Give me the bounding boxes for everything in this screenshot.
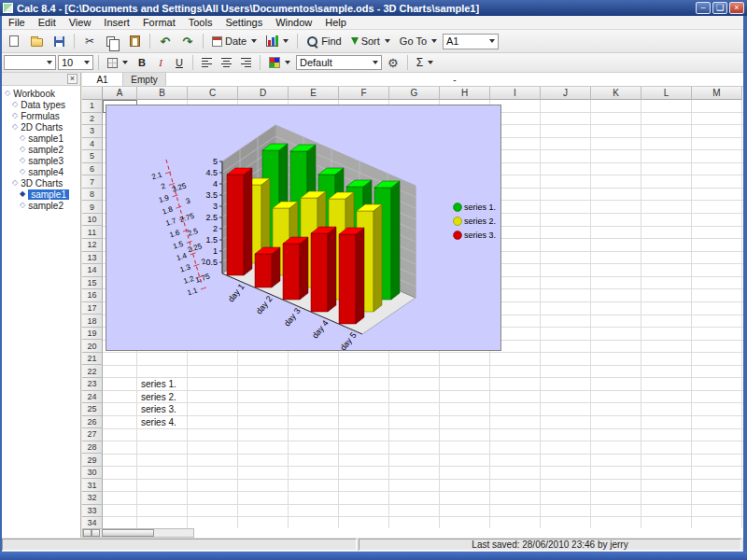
- menu-format[interactable]: Format: [136, 17, 182, 28]
- menu-settings[interactable]: Settings: [218, 17, 269, 28]
- row-header-12[interactable]: 12: [82, 239, 103, 252]
- row-header-7[interactable]: 7: [82, 175, 103, 189]
- embedded-chart[interactable]: 54.543.532.521.510.52.121.91.81.71.61.51…: [106, 105, 501, 351]
- menu-file[interactable]: File: [2, 17, 32, 28]
- row-header-10[interactable]: 10: [82, 214, 103, 227]
- name-box-combo[interactable]: A1: [443, 34, 499, 49]
- scrollbar-thumb[interactable]: [102, 529, 154, 537]
- cells-area[interactable]: series 1.series 2.series 3.series 4. 54.…: [103, 100, 743, 528]
- row-header-25[interactable]: 25: [82, 403, 103, 416]
- tree-item-data-types[interactable]: ◇Data types: [2, 99, 80, 110]
- row-header-28[interactable]: 28: [82, 441, 103, 455]
- row-header-13[interactable]: 13: [82, 252, 103, 265]
- tree-item-workbook[interactable]: ◇Workbook: [2, 88, 80, 99]
- column-header-D[interactable]: D: [238, 87, 289, 100]
- tree-item-sample1[interactable]: ◇sample1: [2, 133, 80, 144]
- tree-item-sample4[interactable]: ◇sample4: [2, 166, 80, 177]
- row-header-18[interactable]: 18: [82, 315, 103, 328]
- column-header-G[interactable]: G: [389, 87, 440, 100]
- title-bar[interactable]: Calc 8.4 - [C:\Documents and Settings\Al…: [0, 0, 747, 16]
- row-header-15[interactable]: 15: [82, 277, 103, 290]
- row-header-14[interactable]: 14: [82, 264, 103, 277]
- bold-button[interactable]: B: [134, 55, 150, 71]
- row-header-21[interactable]: 21: [82, 353, 103, 366]
- sort-button[interactable]: Sort: [347, 32, 394, 50]
- tree-item-2d-charts[interactable]: ◇2D Charts: [2, 121, 80, 133]
- column-header-C[interactable]: C: [188, 87, 238, 100]
- undo-button[interactable]: [155, 32, 176, 50]
- select-all-corner[interactable]: [82, 87, 103, 100]
- close-button[interactable]: ×: [729, 2, 744, 14]
- row-header-34[interactable]: 34: [82, 517, 103, 528]
- menu-edit[interactable]: Edit: [32, 17, 63, 28]
- menu-view[interactable]: View: [63, 17, 98, 28]
- column-header-A[interactable]: A: [103, 87, 137, 100]
- row-header-22[interactable]: 22: [82, 365, 103, 378]
- panel-close-button[interactable]: ×: [67, 74, 78, 84]
- paste-button[interactable]: [124, 32, 145, 50]
- cut-button[interactable]: [79, 32, 100, 50]
- row-header-4[interactable]: 4: [82, 138, 103, 151]
- insert-chart-button[interactable]: [262, 32, 292, 50]
- open-button[interactable]: [26, 32, 47, 50]
- align-right-button[interactable]: [237, 55, 255, 71]
- scroll-right-button[interactable]: [92, 529, 100, 537]
- tree-item-sample2[interactable]: ◇sample2: [2, 200, 80, 211]
- settings-button[interactable]: [384, 55, 402, 71]
- row-header-26[interactable]: 26: [82, 416, 103, 429]
- new-button[interactable]: [4, 32, 24, 50]
- column-header-J[interactable]: J: [541, 87, 591, 100]
- goto-button[interactable]: Go To: [396, 32, 441, 50]
- column-header-F[interactable]: F: [339, 87, 389, 100]
- menu-insert[interactable]: Insert: [97, 17, 136, 28]
- row-header-17[interactable]: 17: [82, 302, 103, 315]
- column-header-B[interactable]: B: [137, 87, 188, 100]
- menu-help[interactable]: Help: [318, 17, 353, 28]
- row-header-32[interactable]: 32: [82, 492, 103, 505]
- fill-color-button[interactable]: [265, 55, 294, 71]
- italic-button[interactable]: I: [152, 55, 169, 71]
- font-size-combo[interactable]: 10: [58, 55, 93, 70]
- underline-button[interactable]: U: [171, 55, 188, 71]
- row-header-8[interactable]: 8: [82, 189, 103, 202]
- row-header-30[interactable]: 30: [82, 467, 103, 480]
- tree-item-formulas[interactable]: ◇Formulas: [2, 110, 80, 121]
- borders-button[interactable]: [104, 55, 132, 71]
- column-header-H[interactable]: H: [440, 87, 490, 100]
- tree-item-sample1[interactable]: ◆sample1: [2, 189, 80, 200]
- tree-item-sample3[interactable]: ◇sample3: [2, 155, 80, 166]
- sum-button[interactable]: Σ: [413, 55, 437, 71]
- row-header-2[interactable]: 2: [82, 113, 103, 126]
- row-header-33[interactable]: 33: [82, 505, 103, 518]
- menu-window[interactable]: Window: [269, 17, 318, 28]
- menu-tools[interactable]: Tools: [182, 17, 219, 28]
- column-header-L[interactable]: L: [641, 87, 692, 100]
- row-header-3[interactable]: 3: [82, 125, 103, 138]
- align-left-button[interactable]: [198, 55, 216, 71]
- row-header-23[interactable]: 23: [82, 378, 103, 391]
- formula-mode-button[interactable]: Empty: [123, 73, 166, 86]
- align-center-button[interactable]: [218, 55, 235, 71]
- cell-reference-box[interactable]: A1: [82, 73, 123, 86]
- horizontal-scrollbar[interactable]: [82, 528, 194, 538]
- row-header-16[interactable]: 16: [82, 289, 103, 302]
- save-button[interactable]: [49, 32, 69, 50]
- column-header-I[interactable]: I: [490, 87, 541, 100]
- scroll-left-button[interactable]: [83, 529, 92, 537]
- date-button[interactable]: Date: [208, 32, 261, 50]
- row-header-11[interactable]: 11: [82, 226, 103, 239]
- tree-item-3d-charts[interactable]: ◇3D Charts: [2, 177, 80, 189]
- row-header-24[interactable]: 24: [82, 391, 103, 404]
- formula-input[interactable]: -: [166, 73, 743, 86]
- row-header-31[interactable]: 31: [82, 479, 103, 492]
- column-header-M[interactable]: M: [692, 87, 742, 100]
- minimize-button[interactable]: –: [696, 2, 711, 14]
- column-header-E[interactable]: E: [289, 87, 339, 100]
- column-header-K[interactable]: K: [591, 87, 641, 100]
- style-combo[interactable]: Default: [296, 55, 382, 70]
- row-header-19[interactable]: 19: [82, 328, 103, 341]
- row-header-29[interactable]: 29: [82, 454, 103, 467]
- tree-item-sample2[interactable]: ◇sample2: [2, 144, 80, 155]
- row-header-5[interactable]: 5: [82, 150, 103, 163]
- copy-button[interactable]: [102, 32, 122, 50]
